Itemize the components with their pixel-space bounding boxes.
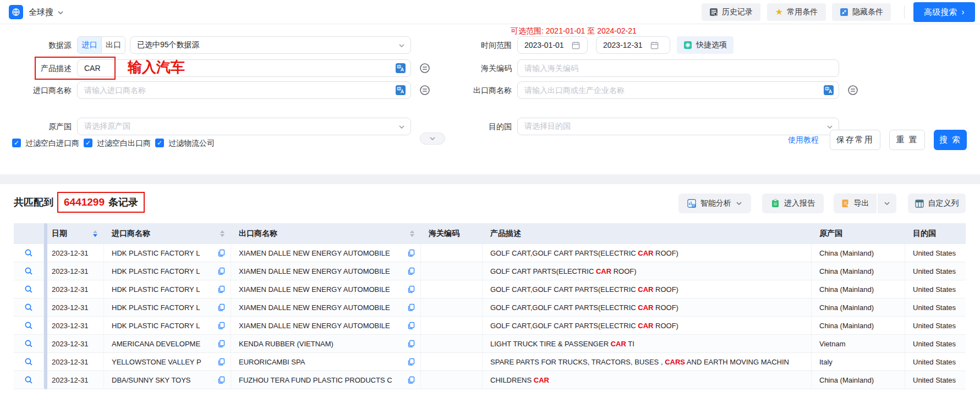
copy-icon[interactable] [407,267,415,275]
copy-icon[interactable] [217,303,225,311]
view-detail-icon[interactable] [24,339,33,348]
smart-analysis-label: 智能分析 [700,198,731,208]
filter-blank-exporter-label: 过滤空白出口商 [97,138,151,148]
copy-icon[interactable] [217,340,225,347]
count-value: 6441299 [64,196,105,208]
cell-date: 2023-12-31 [52,322,89,330]
date-to-input[interactable]: 2023-12-31 [596,36,670,54]
bi-chart-icon: BI [687,199,696,208]
header-importer[interactable]: 进口商名称 [104,223,231,244]
collapse-form-button[interactable] [420,132,445,145]
view-detail-icon[interactable] [24,267,33,275]
view-detail-icon[interactable] [24,321,33,330]
copy-icon[interactable] [217,358,225,366]
result-count: 共匹配到 6441299 条记录 [14,191,145,213]
view-detail-icon[interactable] [24,357,33,366]
tab-export[interactable]: 出口 [101,37,125,53]
copy-icon[interactable] [407,249,415,257]
header-date[interactable]: 日期 [44,223,104,244]
history-button[interactable]: 历史记录 [702,3,760,21]
chevron-down-icon [429,135,436,142]
sort-importer[interactable] [220,230,225,237]
header-date-label: 日期 [52,229,67,239]
copy-icon[interactable] [407,303,415,311]
results-section: 共匹配到 6441299 条记录 BI 智能分析 进入报告 导出 [0,184,980,420]
copy-icon[interactable] [407,358,415,366]
custom-columns-button[interactable]: 自定义列 [908,194,966,213]
copy-icon[interactable] [217,249,225,257]
topbar-divider [904,5,905,19]
datasource-select[interactable]: 已选中95个数据源 [130,36,411,54]
enter-report-button[interactable]: 进入报告 [762,194,824,213]
tab-import[interactable]: 进口 [78,37,101,53]
tutorial-link[interactable]: 使用教程 [788,135,819,145]
exporter-label: 出口商名称 [451,81,512,99]
copy-icon[interactable] [217,285,225,293]
exporter-input[interactable] [517,81,839,99]
cell-product: CHILDRENS CAR [490,376,549,384]
svg-text:BI: BI [693,205,695,207]
hscode-input[interactable] [517,59,839,77]
quick-options-button[interactable]: 快捷选项 [677,36,733,54]
datasource-selected-value: 已选中95个数据源 [137,40,200,50]
chevron-down-icon [398,124,405,130]
copy-icon[interactable] [217,267,225,275]
filter-logistics-checkbox[interactable]: ✓ [155,139,164,147]
save-conditions-button[interactable]: 保存常用 [830,130,880,150]
cell-origin: China (Mainland) [819,322,874,330]
advanced-search-button[interactable]: 高级搜索 › [913,2,975,22]
chevron-down-icon [884,200,890,207]
cell-origin: China (Mainland) [819,267,874,275]
view-detail-icon[interactable] [24,285,33,294]
copy-icon[interactable] [407,340,415,347]
cell-date: 2023-12-31 [52,249,89,257]
filter-blank-importer-checkbox[interactable]: ✓ [12,139,21,147]
translate-icon[interactable] [824,85,834,95]
view-detail-icon[interactable] [24,303,33,312]
exclude-keywords-icon[interactable] [847,85,858,96]
results-table: 日期 进口商名称 出口商名称 海关编码 产品描述 原产国 目的国 2023-12… [14,223,966,389]
copy-icon[interactable] [217,322,225,329]
reset-button[interactable]: 重 置 [889,130,925,150]
copy-icon[interactable] [407,376,415,384]
table-row: 2023-12-31 AMERICANA DEVELOPME KENDA RUB… [14,335,966,353]
cell-destination: United States [913,340,956,348]
filter-blank-exporter-checkbox[interactable]: ✓ [84,139,92,147]
app-logo[interactable] [9,5,23,19]
origin-select[interactable]: 请选择原产国 [77,118,411,135]
header-exporter[interactable]: 出口商名称 [231,223,421,244]
sort-exporter[interactable] [410,230,414,237]
product-input[interactable] [77,59,411,77]
copy-icon[interactable] [407,322,415,329]
globe-icon [12,8,20,16]
view-detail-icon[interactable] [24,248,33,257]
origin-placeholder: 请选择原产国 [84,121,130,131]
chevron-down-icon [398,42,405,49]
fixed-column-scrollbar[interactable] [44,223,47,389]
count-suffix: 条记录 [108,196,138,209]
header-exporter-label: 出口商名称 [239,229,277,239]
sort-date[interactable] [93,230,97,237]
translate-icon[interactable] [396,85,406,95]
date-from-input[interactable]: 2023-01-01 [517,36,588,54]
view-detail-icon[interactable] [24,375,33,384]
copy-icon[interactable] [217,376,225,384]
importer-input[interactable] [77,81,411,99]
export-button[interactable]: 导出 [834,194,877,213]
exclude-keywords-icon[interactable] [419,63,430,74]
table-row: 2023-12-31 DBA/SUNNY SKY TOYS FUZHOU TER… [14,371,966,389]
destination-select[interactable]: 请选择目的国 [517,118,839,135]
copy-icon[interactable] [407,285,415,293]
table-row: 2023-12-31 HDK PLASTIC FACTORY L XIAMEN … [14,280,966,299]
importer-label: 进口商名称 [11,81,72,99]
search-button[interactable]: 搜 索 [934,130,967,150]
hide-conditions-button[interactable]: 隐藏条件 [832,3,891,21]
smart-analysis-button[interactable]: BI 智能分析 [678,194,751,213]
translate-icon[interactable] [396,63,406,73]
annotation-box-count: 6441299 条记录 [57,192,145,213]
favorites-button[interactable]: ★ 常用条件 [767,3,826,21]
export-menu-button[interactable] [878,194,896,213]
app-switcher-chevron[interactable] [57,9,64,16]
cell-date: 2023-12-31 [52,303,89,312]
exclude-keywords-icon[interactable] [419,85,430,96]
